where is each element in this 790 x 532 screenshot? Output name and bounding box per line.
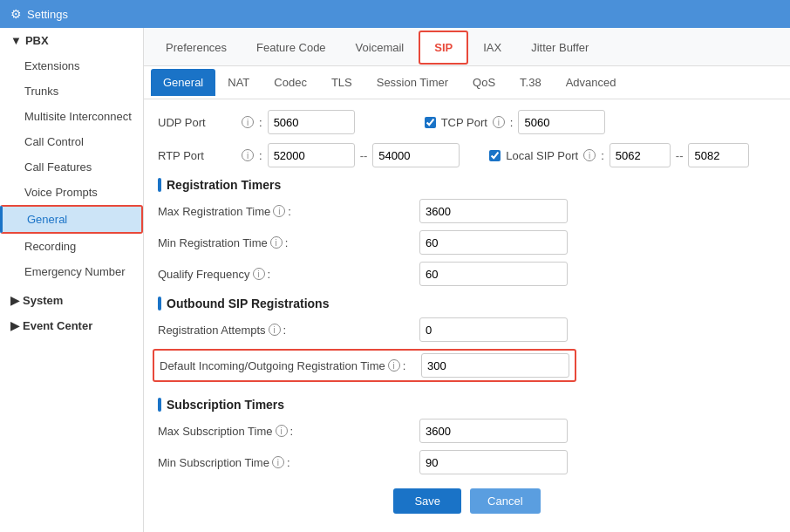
min-sub-time-row: Min Subscription Time i : xyxy=(158,450,776,474)
subtab-nat[interactable]: NAT xyxy=(215,69,262,96)
subtab-t38[interactable]: T.38 xyxy=(507,69,554,96)
min-sub-label: Min Subscription Time i : xyxy=(158,456,419,469)
subtab-session-timer[interactable]: Session Timer xyxy=(364,69,460,96)
max-reg-time-row: Max Registration Time i : xyxy=(158,199,776,223)
tcp-port-input[interactable] xyxy=(518,110,605,134)
reg-attempts-input[interactable] xyxy=(419,317,568,342)
udp-port-label: UDP Port xyxy=(158,116,236,129)
tab-iax[interactable]: IAX xyxy=(468,31,516,64)
max-sub-label: Max Subscription Time i : xyxy=(158,425,419,438)
default-reg-time-row: Default Incoming/Outgoing Registration T… xyxy=(153,349,576,382)
local-sip-info-icon: i xyxy=(583,149,596,161)
rtp-port-input2[interactable] xyxy=(372,143,460,167)
qualify-freq-info-icon: i xyxy=(253,268,265,280)
local-sip-input1[interactable] xyxy=(610,143,671,167)
tcp-colon: : xyxy=(510,116,514,129)
tcp-info-icon: i xyxy=(493,116,505,128)
subscription-timers-header: Subscription Timers xyxy=(158,398,776,412)
qualify-freq-row: Qualify Frequency i : xyxy=(158,262,776,286)
sidebar-item-voice-prompts[interactable]: Voice Prompts xyxy=(0,180,143,205)
reg-timers-header: Registration Timers xyxy=(158,178,776,192)
subtab-tls[interactable]: TLS xyxy=(319,69,364,96)
pbx-arrow: ▼ xyxy=(10,34,22,47)
tcp-port-label: TCP Port xyxy=(441,116,487,129)
form-area: UDP Port i : TCP Port i : xyxy=(144,99,790,532)
sidebar-system[interactable]: ▶ System xyxy=(0,288,143,313)
rtp-dash: -- xyxy=(360,149,368,162)
title-bar: ⚙ Settings xyxy=(0,0,790,28)
section-bar-reg xyxy=(158,178,161,192)
sidebar-item-call-features[interactable]: Call Features xyxy=(0,154,143,180)
subtab-general[interactable]: General xyxy=(151,69,215,96)
button-row: Save Cancel xyxy=(158,481,776,517)
min-reg-time-row: Min Registration Time i : xyxy=(158,230,776,255)
settings-icon: ⚙ xyxy=(10,7,22,21)
qualify-freq-label: Qualify Frequency i : xyxy=(158,268,419,281)
rtp-port-label: RTP Port xyxy=(158,149,236,162)
max-reg-label: Max Registration Time i : xyxy=(158,205,419,218)
local-sip-checkbox[interactable] xyxy=(489,150,501,161)
tab-feature-code[interactable]: Feature Code xyxy=(242,31,341,64)
max-sub-time-row: Max Subscription Time i : xyxy=(158,419,776,443)
max-reg-time-input[interactable] xyxy=(419,199,568,223)
system-arrow: ▶ xyxy=(10,294,19,307)
subtab-advanced[interactable]: Advanced xyxy=(554,69,629,96)
event-arrow: ▶ xyxy=(10,319,19,332)
title-text: Settings xyxy=(27,8,68,21)
reg-attempts-row: Registration Attempts i : xyxy=(158,317,776,342)
tab-sip[interactable]: SIP xyxy=(419,31,468,65)
tcp-port-checkbox[interactable] xyxy=(425,117,436,128)
cancel-button[interactable]: Cancel xyxy=(470,488,540,514)
sidebar-item-extensions[interactable]: Extensions xyxy=(0,53,143,78)
tab-jitter-buffer[interactable]: Jitter Buffer xyxy=(516,31,603,64)
sidebar-item-emergency[interactable]: Emergency Number xyxy=(0,259,143,284)
default-reg-time-input[interactable] xyxy=(421,353,569,378)
local-sip-label: Local SIP Port xyxy=(506,149,578,162)
sub-tabs: General NAT Codec TLS Session Timer QoS xyxy=(144,66,790,99)
default-reg-label: Default Incoming/Outgoing Registration T… xyxy=(160,359,421,372)
top-tabs: Preferences Feature Code Voicemail SIP I… xyxy=(144,28,790,66)
rtp-info-icon: i xyxy=(242,149,254,161)
reg-attempts-info-icon: i xyxy=(269,324,281,336)
qualify-freq-input[interactable] xyxy=(419,262,568,286)
default-reg-info-icon: i xyxy=(388,359,400,372)
sidebar-item-recording[interactable]: Recording xyxy=(0,234,143,259)
udp-port-input[interactable] xyxy=(268,110,355,134)
tab-preferences[interactable]: Preferences xyxy=(151,31,242,64)
min-reg-info-icon: i xyxy=(270,236,283,249)
local-sip-dash: -- xyxy=(676,149,684,162)
sidebar-item-trunks[interactable]: Trunks xyxy=(0,78,143,104)
sidebar-pbx[interactable]: ▼ PBX xyxy=(0,28,143,53)
min-reg-time-input[interactable] xyxy=(419,230,568,255)
rtp-colon: : xyxy=(259,149,262,162)
local-sip-input2[interactable] xyxy=(688,143,749,167)
subtab-qos[interactable]: QoS xyxy=(460,69,507,96)
tab-voicemail[interactable]: Voicemail xyxy=(341,31,419,64)
local-sip-colon: : xyxy=(601,149,604,162)
max-sub-time-input[interactable] xyxy=(419,419,568,443)
udp-info-icon: i xyxy=(242,116,254,128)
max-sub-info-icon: i xyxy=(276,425,288,437)
reg-attempts-label: Registration Attempts i : xyxy=(158,324,419,337)
min-sub-info-icon: i xyxy=(272,456,284,468)
min-reg-label: Min Registration Time i : xyxy=(158,236,419,249)
sidebar: ▼ PBX Extensions Trunks Multisite Interc… xyxy=(0,28,144,532)
rtp-port-input1[interactable] xyxy=(268,143,355,167)
save-button[interactable]: Save xyxy=(393,488,461,514)
min-sub-time-input[interactable] xyxy=(419,450,568,474)
sidebar-item-multisite[interactable]: Multisite Interconnect xyxy=(0,104,143,129)
sidebar-event-center[interactable]: ▶ Event Center xyxy=(0,313,143,338)
content-area: Preferences Feature Code Voicemail SIP I… xyxy=(144,28,790,532)
outbound-sip-header: Outbound SIP Registrations xyxy=(158,297,776,310)
sidebar-item-call-control[interactable]: Call Control xyxy=(0,129,143,154)
section-bar-subscription xyxy=(158,398,161,412)
section-bar-outbound xyxy=(158,297,161,310)
max-reg-info-icon: i xyxy=(273,205,285,217)
sidebar-item-general[interactable]: General xyxy=(0,205,143,234)
udp-colon: : xyxy=(259,116,262,129)
subtab-codec[interactable]: Codec xyxy=(262,69,319,96)
